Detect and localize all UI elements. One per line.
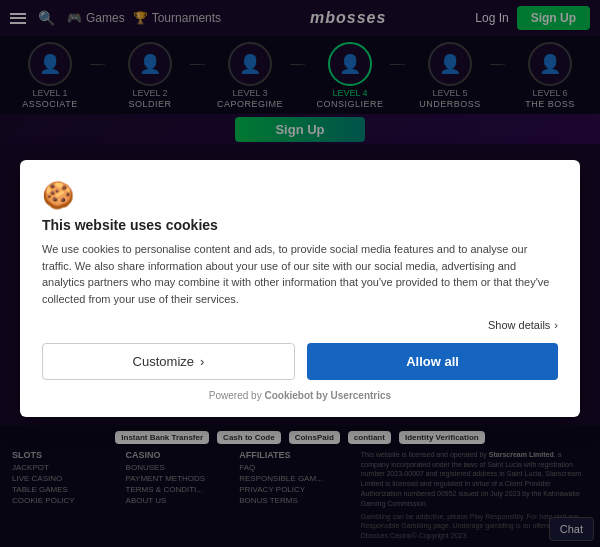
cookie-actions-top: Show details › bbox=[42, 319, 558, 331]
cookie-title: This website uses cookies bbox=[42, 217, 558, 233]
customize-button[interactable]: Customize › bbox=[42, 343, 295, 380]
customize-label: Customize bbox=[133, 354, 194, 369]
cookie-logo: 🍪 bbox=[42, 180, 558, 211]
cookiebot-credit: Powered by Cookiebot by Usercentrics bbox=[42, 390, 558, 401]
chevron-right-icon-2: › bbox=[200, 354, 204, 369]
show-details-button[interactable]: Show details › bbox=[488, 319, 558, 331]
cookiebot-label: Cookiebot by Usercentrics bbox=[264, 390, 391, 401]
show-details-label: Show details bbox=[488, 319, 550, 331]
chevron-right-icon: › bbox=[554, 319, 558, 331]
cookie-body: We use cookies to personalise content an… bbox=[42, 241, 558, 307]
powered-by-label: Powered by bbox=[209, 390, 262, 401]
cookie-modal: 🍪 This website uses cookies We use cooki… bbox=[20, 160, 580, 417]
allow-all-button[interactable]: Allow all bbox=[307, 343, 558, 380]
cookie-buttons: Customize › Allow all bbox=[42, 343, 558, 380]
